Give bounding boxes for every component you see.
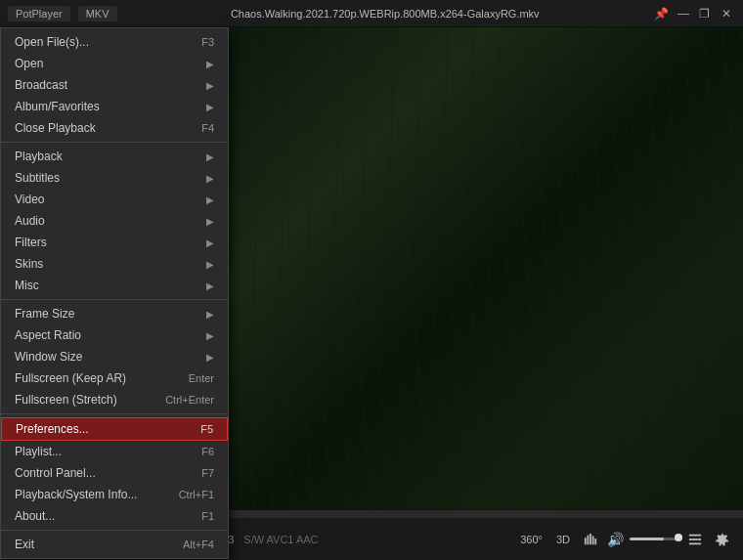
menu-item-fullscreen-stretch-[interactable]: Fullscreen (Stretch)Ctrl+Enter <box>1 389 228 410</box>
menu-item-album-favorites[interactable]: Album/Favorites▶ <box>1 96 228 117</box>
menu-item-arrow: ▶ <box>206 280 214 291</box>
menu-item-video[interactable]: Video▶ <box>1 189 228 210</box>
menu-item-fullscreen-keep-ar-[interactable]: Fullscreen (Keep AR)Enter <box>1 367 228 389</box>
menu-item-shortcut: Alt+F4 <box>183 538 214 550</box>
window-controls: 📌 — ❐ ✕ <box>653 6 735 22</box>
close-button[interactable]: ✕ <box>718 6 735 22</box>
playlist-icon <box>688 533 702 546</box>
menu-item-label: Close Playback <box>15 121 182 135</box>
menu-separator-22 <box>1 530 228 531</box>
menu-item-window-size[interactable]: Window Size▶ <box>1 346 228 367</box>
menu-item-label: Aspect Ratio <box>15 328 201 342</box>
codec-info: S/W AVC1 AAC <box>243 534 318 545</box>
menu-item-arrow: ▶ <box>206 309 214 320</box>
menu-item-arrow: ▶ <box>206 80 214 91</box>
menu-item-playlist-[interactable]: Playlist...F6 <box>1 441 228 462</box>
volume-slider[interactable] <box>630 538 678 540</box>
menu-item-shortcut: Ctrl+Enter <box>165 394 214 406</box>
menu-item-playback-system-info-[interactable]: Playback/System Info...Ctrl+F1 <box>1 484 228 505</box>
title-bar: PotPlayer MKV Chaos.Walking.2021.720p.WE… <box>0 0 743 27</box>
menu-separator-17 <box>1 413 228 414</box>
eq-icon <box>584 533 597 546</box>
menu-item-open[interactable]: Open▶ <box>1 53 228 74</box>
menu-item-audio[interactable]: Audio▶ <box>1 210 228 232</box>
menu-item-label: Fullscreen (Keep AR) <box>15 371 169 385</box>
menu-item-arrow: ▶ <box>206 173 214 184</box>
playlist-button[interactable] <box>684 531 706 548</box>
pin-button[interactable]: 📌 <box>653 6 671 22</box>
menu-item-label: Playback <box>15 150 201 163</box>
menu-item-label: Frame Size <box>15 307 201 321</box>
svg-rect-3 <box>592 536 594 544</box>
eq-button[interactable] <box>580 531 601 548</box>
svg-rect-0 <box>585 538 587 544</box>
stereo-button[interactable]: 3D <box>552 532 574 547</box>
menu-item-frame-size[interactable]: Frame Size▶ <box>1 303 228 324</box>
mkv-menu-btn[interactable]: MKV <box>78 6 117 22</box>
titlebar-left: PotPlayer MKV <box>8 6 117 22</box>
main-area: Open File(s)...F3Open▶Broadcast▶Album/Fa… <box>0 27 743 509</box>
menu-item-label: Window Size <box>15 350 201 364</box>
menu-item-playback[interactable]: Playback▶ <box>1 146 228 167</box>
menu-item-arrow: ▶ <box>206 352 214 363</box>
menu-item-label: Filters <box>15 236 201 249</box>
context-menu: Open File(s)...F3Open▶Broadcast▶Album/Fa… <box>0 27 229 559</box>
menu-item-label: About... <box>15 509 182 523</box>
menu-item-label: Preferences... <box>16 422 181 436</box>
menu-item-arrow: ▶ <box>206 237 214 248</box>
svg-rect-5 <box>689 534 701 536</box>
menu-item-open-file-s-[interactable]: Open File(s)...F3 <box>1 31 228 53</box>
menu-item-label: Misc <box>15 279 201 292</box>
menu-item-shortcut: F1 <box>201 510 214 522</box>
menu-item-preferences-[interactable]: Preferences...F5 <box>1 417 228 441</box>
menu-item-label: Skins <box>15 257 201 271</box>
menu-item-control-panel-[interactable]: Control Panel...F7 <box>1 462 228 484</box>
menu-item-label: Exit <box>15 538 163 551</box>
menu-item-shortcut: F3 <box>201 36 214 48</box>
menu-separator-5 <box>1 142 228 143</box>
menu-item-arrow: ▶ <box>206 216 214 227</box>
menu-item-arrow: ▶ <box>206 259 214 270</box>
menu-item-shortcut: F7 <box>201 467 214 479</box>
svg-rect-6 <box>689 538 701 540</box>
menu-item-label: Playback/System Info... <box>15 488 159 501</box>
menu-item-arrow: ▶ <box>206 194 214 205</box>
menu-item-about-[interactable]: About...F1 <box>1 505 228 527</box>
volume-icon: 🔊 <box>607 532 624 547</box>
menu-item-aspect-ratio[interactable]: Aspect Ratio▶ <box>1 324 228 346</box>
menu-item-misc[interactable]: Misc▶ <box>1 275 228 296</box>
menu-item-shortcut: Enter <box>189 372 214 384</box>
menu-item-label: Playlist... <box>15 445 182 458</box>
menu-item-label: Fullscreen (Stretch) <box>15 393 146 407</box>
menu-item-skins[interactable]: Skins▶ <box>1 253 228 275</box>
menu-item-subtitles[interactable]: Subtitles▶ <box>1 167 228 189</box>
menu-item-filters[interactable]: Filters▶ <box>1 232 228 253</box>
menu-item-arrow: ▶ <box>206 151 214 162</box>
menu-item-label: Control Panel... <box>15 466 182 480</box>
potplayer-menu-btn[interactable]: PotPlayer <box>8 6 70 22</box>
menu-item-arrow: ▶ <box>206 102 214 112</box>
menu-item-label: Open <box>15 57 201 70</box>
settings-icon <box>716 533 729 546</box>
menu-item-label: Album/Favorites <box>15 100 201 113</box>
menu-item-close-playback[interactable]: Close PlaybackF4 <box>1 117 228 139</box>
volume-fill <box>630 538 664 540</box>
settings-button[interactable] <box>712 531 733 548</box>
angle-button[interactable]: 360° <box>516 532 546 547</box>
menu-item-broadcast[interactable]: Broadcast▶ <box>1 74 228 96</box>
menu-item-shortcut: F6 <box>201 446 214 457</box>
volume-thumb <box>675 534 682 541</box>
menu-separator-12 <box>1 299 228 300</box>
svg-rect-2 <box>590 533 591 543</box>
menu-item-shortcut: F5 <box>200 423 213 435</box>
menu-item-label: Audio <box>15 214 201 228</box>
minimize-button[interactable]: — <box>675 6 692 22</box>
menu-item-label: Subtitles <box>15 171 201 185</box>
menu-item-exit[interactable]: ExitAlt+F4 <box>1 534 228 555</box>
window-title: Chaos.Walking.2021.720p.WEBRip.800MB.x26… <box>231 8 540 20</box>
svg-rect-7 <box>689 542 701 544</box>
svg-rect-4 <box>594 538 596 544</box>
menu-item-label: Broadcast <box>15 78 201 92</box>
menu-item-shortcut: F4 <box>201 122 214 134</box>
restore-button[interactable]: ❐ <box>696 6 714 22</box>
